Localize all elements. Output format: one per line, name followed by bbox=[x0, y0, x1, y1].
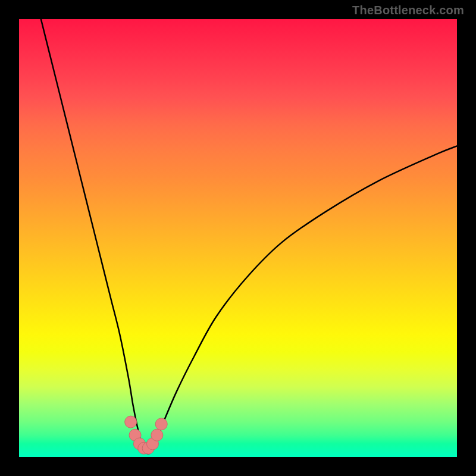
plot-area bbox=[19, 19, 457, 457]
highlight-point bbox=[125, 416, 137, 428]
highlight-point bbox=[155, 418, 167, 430]
chart-container: TheBottleneck.com bbox=[0, 0, 476, 476]
points-layer bbox=[19, 19, 457, 457]
watermark: TheBottleneck.com bbox=[352, 4, 464, 17]
highlight-point bbox=[151, 429, 163, 441]
highlight-points bbox=[125, 416, 168, 454]
